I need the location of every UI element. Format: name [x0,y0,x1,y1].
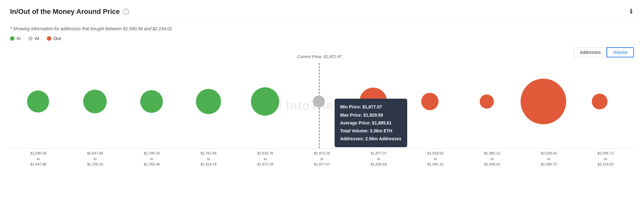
tooltip-addresses-label: Addresses: [340,136,364,141]
bubble-10[interactable] [592,94,608,109]
tooltip-min-value: $1,877.07 [362,104,382,109]
volume-button[interactable]: Volume [607,47,634,57]
current-price-label: Current Price: $1,872.47 [297,54,342,59]
tooltip-avg-price: Average Price: $1,895.61 [340,119,402,127]
legend-in: In [10,36,21,41]
help-icon[interactable]: ? [123,9,129,15]
bubble-8[interactable] [480,94,494,108]
bubbles-container: ⬡ IntoThe Block Current Price: $1,872.47… [10,63,634,148]
legend-label-in: In [17,36,21,41]
x-label-1: $1,647.86to$1,705.16 [67,149,123,167]
tooltip: Min Price: $1,877.07 Max Price: $1,929.5… [335,99,407,147]
addresses-button[interactable]: Addresses [574,47,607,57]
bubble-9[interactable] [521,78,566,124]
bubble-2[interactable] [140,90,163,113]
tooltip-avg-label: Average Price: [340,120,371,125]
x-axis: $1,590.56to$1,647.86$1,647.86to$1,705.16… [10,148,634,167]
x-label-8: $1,982.12to$2,039.42 [464,149,520,167]
tooltip-volume: Total Volume: 3.36m ETH [340,127,402,135]
header-left: In/Out of the Money Around Price ? [10,8,129,16]
tooltip-max-value: $1,929.59 [364,113,383,118]
x-label-7: $1,929.59to$1,982.12 [407,149,464,167]
tooltip-max-label: Max Price: [340,113,362,118]
x-label-3: $1,762.46to$1,819.76 [180,149,237,167]
chart-title: In/Out of the Money Around Price [10,8,120,16]
chart-header: In/Out of the Money Around Price ? ⬇ [10,8,634,21]
legend-label-at: At [35,36,39,41]
toggle-buttons: Addresses Volume [574,47,634,57]
tooltip-volume-label: Total Volume: [340,128,369,133]
bubble-0[interactable] [27,90,49,113]
x-label-0: $1,590.56to$1,647.86 [10,149,67,167]
download-icon[interactable]: ⬇ [628,8,634,16]
bubble-3[interactable] [196,89,221,114]
legend-out: Out [47,36,61,41]
tooltip-min-price: Min Price: $1,877.07 [340,103,402,111]
legend: In At Out [10,36,634,41]
bubble-4[interactable] [251,87,279,116]
bubble-1[interactable] [83,90,107,113]
tooltip-addresses: Addresses: 2.56m Addresses [340,135,402,143]
legend-dot-at [28,36,33,41]
bubble-5[interactable] [313,96,325,107]
x-label-10: $2,096.72to$2,154.02 [577,149,634,167]
x-label-6: $1,877.07to$1,929.59 [350,149,407,167]
x-label-9: $2,039.42to$2,096.72 [520,149,577,167]
tooltip-min-label: Min Price: [340,104,361,109]
tooltip-avg-value: $1,895.61 [372,120,391,125]
legend-dot-in [10,36,14,41]
x-label-2: $1,705.16to$1,762.46 [124,149,180,167]
legend-label-out: Out [53,36,61,41]
tooltip-volume-value: 3.36m ETH [370,128,392,133]
x-label-4: $1,819.76to$1,872.29 [237,149,293,167]
chart-area: Addresses Volume ⬡ IntoThe Block Current… [10,47,634,167]
x-label-5: $1,872.29to$1,877.07 [294,149,350,167]
tooltip-addresses-value: 2.56m Addresses [365,136,402,141]
legend-at: At [28,36,39,41]
legend-dot-out [47,36,51,41]
subtitle: * Showing information for addresses that… [10,26,634,31]
tooltip-max-price: Max Price: $1,929.59 [340,111,402,119]
bubble-7[interactable] [421,93,439,110]
